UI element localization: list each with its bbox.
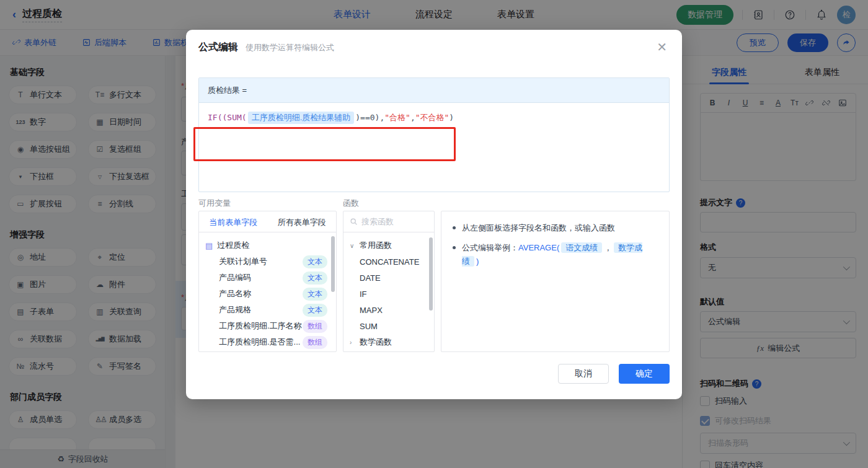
formula-editor-modal: 公式编辑 使用数学运算符编辑公式 ✕ 质检结果 = IF((SUM(工序质检明细… xyxy=(186,30,682,399)
variables-form-node[interactable]: ▤ 过程质检 xyxy=(205,237,332,254)
help-example-end: ) xyxy=(476,257,479,266)
variables-panel: 当前表单字段 所有表单字段 ▤ 过程质检 关联计划单号文本 产品编码文本 产品名… xyxy=(198,211,337,352)
formula-field-chip[interactable]: 工序质检明细.质检结果辅助 xyxy=(248,112,355,124)
chevron-collapsed-icon: › xyxy=(350,339,356,346)
formula-token-string: "不合格" xyxy=(415,113,450,122)
variable-name: 产品规格 xyxy=(219,304,251,316)
search-icon xyxy=(350,218,358,226)
help-line-1: 从左侧面板选择字段名和函数，或输入函数 xyxy=(453,221,658,235)
modal-footer: 取消 确定 xyxy=(558,364,670,384)
variable-item[interactable]: 产品规格文本 xyxy=(205,302,332,318)
variable-item[interactable]: 工序质检明细.工序名称数组 xyxy=(205,318,332,334)
function-group-common[interactable]: ∨ 常用函数 xyxy=(350,237,432,254)
modal-header: 公式编辑 使用数学运算符编辑公式 xyxy=(198,41,334,54)
function-search xyxy=(343,211,434,232)
tab-current-form-fields[interactable]: 当前表单字段 xyxy=(199,211,268,232)
type-badge: 数组 xyxy=(303,336,327,349)
function-item[interactable]: MAPX xyxy=(350,302,432,318)
help-example-function: AVERAGE( xyxy=(518,243,559,252)
modal-title: 公式编辑 xyxy=(198,41,238,54)
functions-tree: ∨ 常用函数 CONCATENATE DATE IF MAPX SUM › 数学… xyxy=(343,232,434,352)
function-item[interactable]: CONCATENATE xyxy=(350,254,432,270)
type-badge: 文本 xyxy=(303,304,327,317)
functions-label: 函数 xyxy=(343,198,359,209)
function-item[interactable]: DATE xyxy=(350,270,432,286)
formula-editor[interactable]: 质检结果 = IF((SUM(工序质检明细.质检结果辅助)==0),"合格","… xyxy=(198,77,670,192)
functions-panel: ∨ 常用函数 CONCATENATE DATE IF MAPX SUM › 数学… xyxy=(343,211,435,352)
function-group-text[interactable]: › 文本函数 xyxy=(350,350,432,352)
help-text: 公式编辑举例：AVERAGE(语文成绩，数学成绩) xyxy=(462,241,658,268)
type-badge: 文本 xyxy=(303,288,327,301)
help-text: 从左侧面板选择字段名和函数，或输入函数 xyxy=(462,221,615,235)
help-line-2: 公式编辑举例：AVERAGE(语文成绩，数学成绩) xyxy=(453,241,658,268)
variables-scrollbar-thumb[interactable] xyxy=(331,236,335,292)
app: ‹ 过程质检 表单设计 流程设定 表单设置 数据管理 检 xyxy=(0,0,868,468)
variable-item[interactable]: 工序质检明细.是否需...数组 xyxy=(205,334,332,350)
bullet-icon xyxy=(453,246,456,249)
variables-tabs: 当前表单字段 所有表单字段 xyxy=(199,211,336,232)
variable-item[interactable]: 关联计划单号文本 xyxy=(205,254,332,270)
help-example-prefix: 公式编辑举例： xyxy=(462,243,518,252)
variable-name: 产品编码 xyxy=(219,272,251,283)
form-doc-icon: ▤ xyxy=(205,241,213,250)
formula-target: 质检结果 = xyxy=(199,78,669,103)
confirm-button[interactable]: 确定 xyxy=(619,364,670,384)
formula-token-operator: ) xyxy=(449,113,454,122)
variable-item[interactable]: 产品编码文本 xyxy=(205,270,332,286)
variable-name: 工序质检明细.工序名称 xyxy=(219,320,302,332)
help-panel: 从左侧面板选择字段名和函数，或输入函数 公式编辑举例：AVERAGE(语文成绩，… xyxy=(441,211,670,352)
function-group-math[interactable]: › 数学函数 xyxy=(350,334,432,350)
function-group-name: 常用函数 xyxy=(360,240,392,251)
help-example-chip: 语文成绩 xyxy=(561,242,602,253)
function-item[interactable]: IF xyxy=(350,286,432,302)
variables-label: 可用变量 xyxy=(198,198,231,209)
variable-name: 产品名称 xyxy=(219,288,251,299)
type-badge: 文本 xyxy=(303,272,327,285)
function-item[interactable]: SUM xyxy=(350,318,432,334)
help-example-comma: ， xyxy=(604,243,612,252)
functions-scrollbar-thumb[interactable] xyxy=(429,237,433,311)
formula-body[interactable]: IF((SUM(工序质检明细.质检结果辅助)==0),"合格","不合格") xyxy=(199,103,669,133)
tab-all-form-fields[interactable]: 所有表单字段 xyxy=(268,211,337,232)
function-group-name: 数学函数 xyxy=(360,337,392,348)
function-search-input[interactable] xyxy=(361,217,417,226)
modal-subtitle: 使用数学运算符编辑公式 xyxy=(246,42,334,53)
formula-token-function: IF((SUM( xyxy=(208,113,247,122)
formula-token-string: "合格" xyxy=(384,113,410,122)
chevron-expanded-icon: ∨ xyxy=(350,242,356,249)
bullet-icon xyxy=(453,226,456,229)
formula-token-operator: , xyxy=(410,113,415,122)
variable-name: 关联计划单号 xyxy=(219,256,267,267)
type-badge: 文本 xyxy=(303,255,327,268)
variables-form-name: 过程质检 xyxy=(217,240,249,251)
formula-token-operator: )==0), xyxy=(355,113,384,122)
type-badge: 数组 xyxy=(303,320,327,333)
variable-item[interactable]: 产品名称文本 xyxy=(205,286,332,302)
cancel-button[interactable]: 取消 xyxy=(558,364,609,384)
variable-name: 工序质检明细.是否需... xyxy=(219,337,300,348)
close-icon[interactable]: ✕ xyxy=(657,41,667,53)
variables-tree: ▤ 过程质检 关联计划单号文本 产品编码文本 产品名称文本 产品规格文本 工序质… xyxy=(199,232,336,350)
